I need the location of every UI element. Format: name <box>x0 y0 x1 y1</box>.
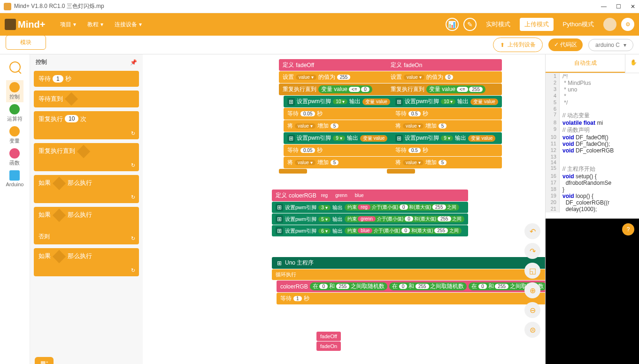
search-icon[interactable] <box>9 61 21 73</box>
edit-icon[interactable]: ✎ <box>463 18 477 31</box>
sidebar: 控制运算符变量函数Arduino <box>0 54 30 364</box>
reset-zoom-button[interactable]: ⊜ <box>524 322 540 338</box>
help-button[interactable]: ? <box>622 223 634 235</box>
sidebar-cat-函数[interactable]: 函数 <box>6 146 24 168</box>
logo-icon <box>5 19 16 30</box>
stack-fadeon[interactable]: 定义 fadeOn 设置value ▾的值为0 重复执行直到变量 value <… <box>387 59 502 174</box>
tab-modules[interactable]: 模块 <box>6 35 46 50</box>
palette-block-repeat[interactable]: 重复执行 10 次↻ <box>34 111 139 139</box>
chevron-down-icon: ▾ <box>73 21 76 28</box>
palette-block-ifthen2[interactable]: 如果 那么执行↻ <box>34 248 139 276</box>
language-dropdown[interactable]: arduino C ▾ <box>588 39 633 51</box>
toolbar: 模块 ⬆ 上传到设备 ✓ 代码区 arduino C ▾ <box>0 36 639 54</box>
right-panel: 自动生成 ✋ 1/*!2 * MindPlus3 * uno4 *5 */67/… <box>545 54 639 364</box>
sidebar-cat-运算符[interactable]: 运算符 <box>6 102 24 124</box>
category-dot <box>9 82 20 92</box>
window-title: Mind+ V1.8.0 RC1.0 三色灯闪烁.mp <box>14 2 104 10</box>
stack-calls[interactable]: fadeOff fadeOn <box>316 332 341 351</box>
logo: Mind+ <box>5 19 45 30</box>
define-block: 定义 fadeOff <box>279 59 394 71</box>
sidebar-cat-Arduino[interactable]: Arduino <box>6 168 24 189</box>
stack-fadeoff[interactable]: 定义 fadeOff 设置value ▾的值为255 重复执行直到变量 valu… <box>279 59 394 174</box>
titlebar: Mind+ V1.8.0 RC1.0 三色灯闪烁.mp — ☐ ✕ <box>0 0 639 13</box>
pin-icon[interactable]: 📌 <box>130 59 137 66</box>
puzzle-icon: ▦⁺ <box>40 360 48 364</box>
chevron-down-icon: ▾ <box>139 21 142 28</box>
zoom-out-button[interactable]: ⊖ <box>524 302 540 318</box>
chevron-down-icon: ▾ <box>100 21 103 28</box>
logo-text: Mind+ <box>18 19 45 30</box>
close-button[interactable]: ✕ <box>631 3 635 10</box>
category-dot <box>9 126 20 136</box>
undo-button[interactable]: ↶ <box>524 223 540 239</box>
sidebar-cat-控制[interactable]: 控制 <box>6 80 24 102</box>
redo-button[interactable]: ↷ <box>524 243 540 259</box>
stack-colorrgb[interactable]: 定义 coloerRGB reg grenn blue ⊞ 设置pwm引脚 3 … <box>272 190 468 237</box>
chevron-down-icon: ▾ <box>624 42 626 48</box>
terminal[interactable]: ? <box>546 219 639 364</box>
menu-connect[interactable]: 连接设备 ▾ <box>109 21 147 29</box>
category-dot <box>9 148 20 159</box>
gear-icon[interactable]: ⚙ <box>621 18 634 31</box>
avatar[interactable] <box>603 18 616 31</box>
block-palette: 控制 📌 等待 1 秒等待直到 重复执行 10 次↻重复执行直到 ↻如果 那么执… <box>30 54 143 364</box>
palette-block-ifthen[interactable]: 如果 那么执行↻ <box>34 175 139 203</box>
extension-button[interactable]: ▦⁺ 扩展 <box>35 357 54 364</box>
mode-upload[interactable]: 上传模式 <box>520 18 554 31</box>
maximize-button[interactable]: ☐ <box>616 3 621 10</box>
palette-block-ifelse[interactable]: 如果 那么执行否则↻ <box>34 207 139 244</box>
upload-icon: ⬆ <box>500 42 505 48</box>
minimize-button[interactable]: — <box>601 3 607 10</box>
upload-button[interactable]: ⬆ 上传到设备 <box>493 38 543 52</box>
main: 控制运算符变量函数Arduino 控制 📌 等待 1 秒等待直到 重复执行 10… <box>0 54 639 364</box>
canvas-controls: ↶ ↷ ◱ ⊕ ⊖ ⊜ <box>524 223 540 338</box>
app-icon <box>4 3 11 10</box>
palette-block-repeatuntil[interactable]: 重复执行直到 ↻ <box>34 143 139 171</box>
canvas[interactable]: 定义 fadeOff 设置value ▾的值为255 重复执行直到变量 valu… <box>143 54 545 364</box>
zoom-in-button[interactable]: ⊕ <box>524 282 540 298</box>
menubar: Mind+ 项目 ▾ 教程 ▾ 连接设备 ▾ 📊 ✎ 实时模式 上传模式 Pyt… <box>0 13 639 36</box>
arduino-icon <box>9 170 20 181</box>
sidebar-cat-变量[interactable]: 变量 <box>6 124 24 146</box>
palette-block-waituntil[interactable]: 等待直到 <box>34 91 139 107</box>
code-viewer[interactable]: 1/*!2 * MindPlus3 * uno4 *5 */67// 动态变量8… <box>546 73 639 219</box>
chart-icon[interactable]: 📊 <box>446 18 459 31</box>
palette-block-wait[interactable]: 等待 1 秒 <box>34 71 139 87</box>
category-dot <box>9 104 20 114</box>
mode-realtime[interactable]: 实时模式 <box>481 18 515 31</box>
tab-manual-icon[interactable]: ✋ <box>625 54 639 73</box>
stack-main[interactable]: ⊞ Uno 主程序 循环执行 coloerRGB 在 0 和 255 之间取随机… <box>272 257 545 305</box>
menu-project[interactable]: 项目 ▾ <box>54 21 82 29</box>
crop-button[interactable]: ◱ <box>524 263 540 279</box>
tab-auto[interactable]: 自动生成 <box>546 54 625 73</box>
mode-python[interactable]: Python模式 <box>558 18 599 31</box>
window-controls: — ☐ ✕ <box>601 3 635 10</box>
palette-header: 控制 <box>36 58 47 66</box>
menu-tutorial[interactable]: 教程 ▾ <box>82 21 109 29</box>
codearea-button[interactable]: ✓ 代码区 <box>548 38 583 51</box>
